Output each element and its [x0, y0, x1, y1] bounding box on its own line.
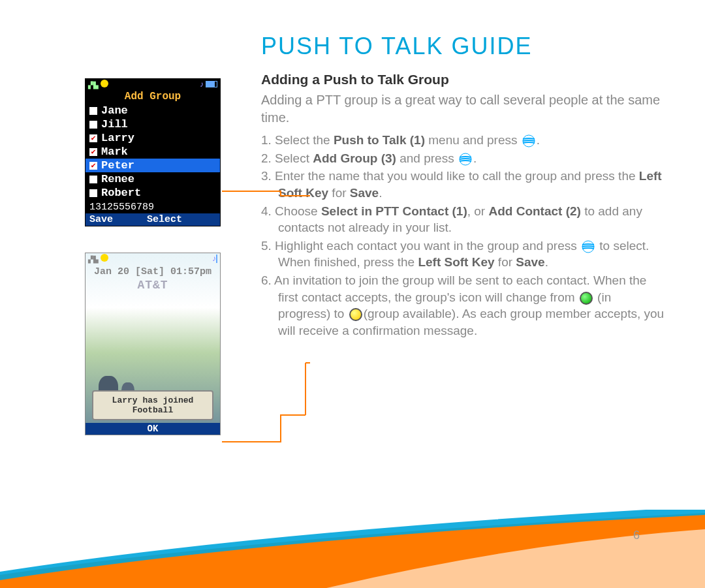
screenshots-column: ▞▙ ♪ Add Group Jane Jill ✔Larry ✔Mark ✔P… — [85, 33, 235, 588]
popup-line: Football — [97, 405, 208, 415]
att-globe-icon — [522, 134, 535, 147]
list-item: ✔Larry — [86, 131, 220, 145]
checked-icon: ✔ — [89, 134, 97, 142]
steps-list: 1. Select the Push to Talk (1) menu and … — [261, 132, 666, 339]
softkey-mid: OK — [148, 424, 159, 434]
contact-name: Mark — [101, 146, 128, 158]
battery-icon: ♪ — [200, 80, 217, 89]
checkbox-icon — [89, 189, 97, 197]
softkey-left: Save — [89, 214, 113, 225]
list-item: Robert — [86, 186, 220, 200]
datetime: Jan 20 [Sat] 01:57pm — [86, 266, 220, 277]
step-5: 5. Highlight each contact you want in th… — [261, 238, 666, 271]
step-2: 2. Select Add Group (3) and press . — [261, 150, 666, 167]
phone-screenshot-add-group: ▞▙ ♪ Add Group Jane Jill ✔Larry ✔Mark ✔P… — [85, 78, 221, 226]
in-progress-icon — [580, 292, 593, 305]
carrier-brand: AT&T — [86, 279, 220, 292]
att-globe-icon — [582, 240, 595, 253]
status-bar: ▞▙ ♪ — [86, 253, 220, 264]
page-number: 6 — [633, 529, 640, 542]
intro-text: Adding a PTT group is a great way to cal… — [261, 91, 666, 127]
content-column: PUSH TO TALK GUIDE Adding a Push to Talk… — [261, 33, 666, 588]
contact-name: Jane — [101, 104, 128, 117]
checkbox-icon — [89, 121, 97, 129]
att-globe-icon — [459, 153, 472, 166]
phone-screenshot-home: ▞▙ ♪ Jan 20 [Sat] 01:57pm AT&T Larry has… — [85, 253, 221, 435]
contact-name: Renee — [101, 173, 134, 185]
contact-name: Jill — [101, 118, 128, 131]
signal-icon: ▞▙ — [88, 254, 108, 263]
page-title: PUSH TO TALK GUIDE — [261, 33, 666, 60]
step-3: 3. Enter the name that you would like to… — [261, 168, 666, 201]
list-item: Renee — [86, 172, 220, 186]
step-6: 6. An invitation to join the group will … — [261, 272, 666, 339]
checkbox-icon — [89, 176, 97, 183]
softkey-bar: Save Select — [86, 213, 220, 226]
screen-title: Add Group — [86, 89, 220, 104]
checked-icon: ✔ — [89, 148, 97, 156]
softkey-mid: Select — [113, 214, 216, 225]
battery-icon: ♪ — [212, 254, 217, 263]
section-subtitle: Adding a Push to Talk Group — [261, 72, 666, 87]
list-item-selected: ✔Peter — [86, 159, 220, 172]
list-item: Jane — [86, 104, 220, 117]
checked-icon: ✔ — [89, 162, 97, 170]
list-item: Jill — [86, 117, 220, 131]
step-4: 4. Choose Select in PTT Contact (1), or … — [261, 203, 666, 236]
step-1: 1. Select the Push to Talk (1) menu and … — [261, 132, 666, 149]
checkbox-icon — [89, 107, 97, 115]
signal-icon: ▞▙ — [88, 80, 108, 89]
notification-popup: Larry has joined Football — [92, 390, 213, 420]
status-bar: ▞▙ ♪ — [86, 79, 220, 89]
list-item: ✔Mark — [86, 145, 220, 159]
popup-line: Larry has joined — [97, 395, 208, 405]
contact-name: Peter — [101, 159, 134, 172]
group-available-icon — [349, 308, 362, 321]
contact-list: Jane Jill ✔Larry ✔Mark ✔Peter Renee Robe… — [86, 104, 220, 200]
phone-number: 13125556789 — [86, 200, 220, 213]
contact-name: Larry — [101, 132, 134, 144]
contact-name: Robert — [101, 187, 141, 199]
softkey-bar: OK — [86, 423, 220, 435]
